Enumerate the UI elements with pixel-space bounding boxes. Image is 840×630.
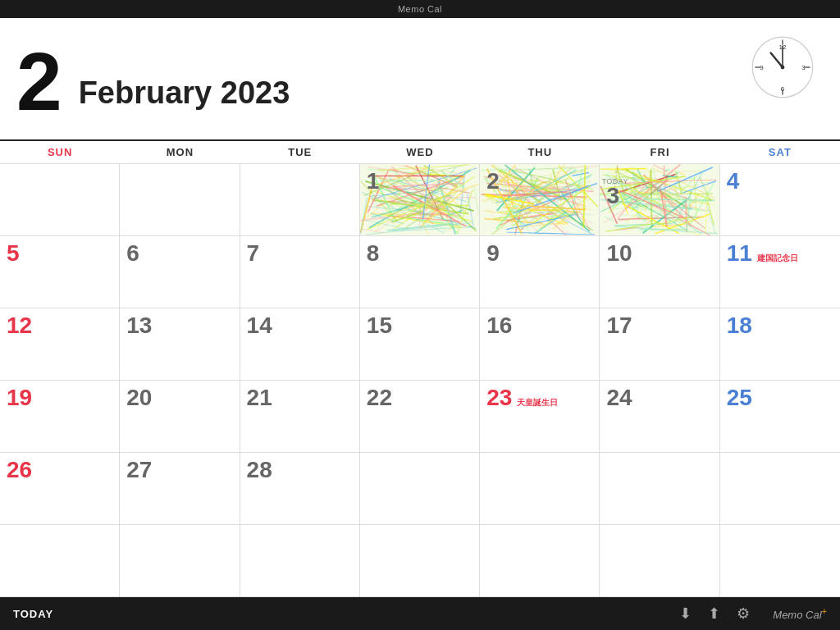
cal-cell[interactable]: 1 (360, 164, 480, 236)
cal-cell[interactable]: 25 (720, 381, 840, 453)
memocal-logo-bottom: Memo Cal+ (773, 606, 827, 621)
holiday-label: 建国記念日 (757, 253, 798, 262)
cal-cell[interactable]: 6 (120, 236, 240, 308)
cal-cell[interactable] (240, 525, 360, 597)
bottom-toolbar: TODAY ⬇ ⬆ ⚙ Memo Cal+ (0, 597, 840, 630)
cal-cell[interactable]: 28 (240, 453, 360, 525)
svg-text:3: 3 (801, 64, 806, 71)
cal-cell[interactable] (480, 453, 600, 525)
day-header-wed: WED (360, 141, 480, 163)
calendar-grid[interactable]: 12TODAY34567891011建国記念日12131415161718192… (0, 164, 840, 591)
cal-cell[interactable]: 24 (600, 381, 719, 453)
share-icon[interactable]: ⬆ (708, 605, 720, 623)
date-number: 23天皇誕生日 (486, 386, 592, 411)
date-number: 18 (727, 313, 833, 339)
cal-cell[interactable]: 2 (480, 164, 600, 236)
date-number: 3 (606, 184, 712, 209)
date-number: 4 (727, 169, 833, 194)
day-header-mon: MON (120, 141, 240, 163)
svg-text:6: 6 (781, 85, 785, 93)
date-number: 6 (126, 241, 232, 267)
cal-cell[interactable] (120, 164, 240, 236)
date-number: 11建国記念日 (727, 241, 833, 267)
cal-cell[interactable] (0, 525, 120, 597)
cal-cell[interactable]: 16 (480, 308, 600, 381)
cal-cell[interactable] (720, 525, 840, 597)
date-number: 25 (727, 386, 833, 411)
day-header-thu: THU (480, 141, 600, 163)
download-icon[interactable]: ⬇ (679, 605, 692, 623)
cal-cell[interactable]: 4 (720, 164, 840, 236)
date-number: 28 (247, 458, 353, 483)
day-header-sun: SUN (0, 141, 120, 163)
date-number: 13 (126, 313, 232, 339)
date-number: 21 (247, 386, 353, 411)
cal-cell[interactable] (720, 453, 840, 525)
date-number: 7 (247, 241, 353, 267)
date-number: 9 (486, 241, 592, 267)
cal-cell[interactable] (240, 164, 360, 236)
cal-cell[interactable]: 19 (0, 381, 120, 453)
date-number: 1 (367, 169, 472, 194)
cal-cell[interactable] (600, 453, 719, 525)
svg-point-11 (781, 66, 785, 70)
cal-cell[interactable]: 9 (480, 236, 600, 308)
cal-cell[interactable]: 18 (720, 308, 840, 381)
date-number: 19 (7, 386, 112, 411)
date-number: 5 (7, 241, 112, 267)
date-number: 2 (486, 169, 592, 194)
cal-cell[interactable] (360, 453, 480, 525)
date-number: 27 (126, 458, 232, 483)
title-bar: Memo Cal (0, 0, 840, 18)
cal-cell[interactable]: 7 (240, 236, 360, 308)
cal-cell[interactable] (600, 525, 719, 597)
toolbar-icons: ⬇ ⬆ ⚙ Memo Cal+ (679, 605, 827, 623)
memocal-plus: + (822, 606, 827, 616)
cal-cell[interactable]: 17 (600, 308, 719, 381)
cal-cell[interactable]: 10 (600, 236, 719, 308)
cal-cell[interactable] (0, 164, 120, 236)
cal-cell[interactable]: 13 (120, 308, 240, 381)
cal-cell[interactable] (480, 525, 600, 597)
cal-cell[interactable]: 22 (360, 381, 480, 453)
cal-cell[interactable]: 12 (0, 308, 120, 381)
date-number: 20 (126, 386, 232, 411)
cal-cell[interactable]: 20 (120, 381, 240, 453)
date-number: 17 (606, 313, 712, 339)
cal-cell[interactable]: 26 (0, 453, 120, 525)
settings-icon[interactable]: ⚙ (737, 605, 750, 623)
date-number: 8 (367, 241, 472, 267)
date-number: 12 (7, 313, 112, 339)
cal-cell[interactable] (120, 525, 240, 597)
cal-cell[interactable] (360, 525, 480, 597)
svg-text:9: 9 (760, 64, 764, 71)
day-header-fri: FRI (600, 141, 719, 163)
day-header-tue: TUE (240, 141, 360, 163)
date-number: 16 (486, 313, 592, 339)
day-header-sat: SAT (720, 141, 840, 163)
clock: 12 3 6 9 (750, 34, 815, 100)
app-title: Memo Cal (398, 4, 442, 14)
today-button[interactable]: TODAY (13, 608, 53, 620)
calendar-header: 2 February 2023 12 3 6 9 (0, 18, 840, 139)
cal-cell[interactable]: 11建国記念日 (720, 236, 840, 308)
cal-cell[interactable]: 5 (0, 236, 120, 308)
month-number: 2 (16, 40, 62, 122)
date-number: 22 (367, 386, 472, 411)
cal-cell[interactable]: 23天皇誕生日 (480, 381, 600, 453)
date-number: 26 (7, 458, 112, 483)
clock-svg: 12 3 6 9 (750, 34, 815, 100)
date-number: 14 (247, 313, 353, 339)
date-number: 24 (606, 386, 712, 411)
date-number: 10 (606, 241, 712, 267)
cal-cell[interactable]: 14 (240, 308, 360, 381)
cal-cell[interactable]: 21 (240, 381, 360, 453)
cal-cell[interactable]: 8 (360, 236, 480, 308)
month-name: February 2023 (79, 51, 290, 111)
cal-cell[interactable]: 27 (120, 453, 240, 525)
day-headers: SUNMONTUEWEDTHUFRISAT (0, 139, 840, 164)
cal-cell[interactable]: TODAY3 (600, 164, 719, 236)
holiday-label: 天皇誕生日 (517, 398, 558, 407)
date-number: 15 (367, 313, 472, 339)
cal-cell[interactable]: 15 (360, 308, 480, 381)
